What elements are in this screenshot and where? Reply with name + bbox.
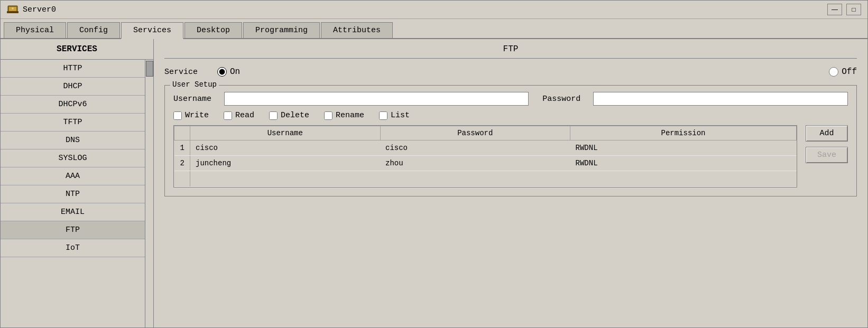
col-permission: Permission xyxy=(570,126,797,140)
sidebar-item-dns[interactable]: DNS xyxy=(1,132,145,149)
app-icon xyxy=(7,4,19,15)
title-bar-controls: — □ xyxy=(827,4,861,15)
radio-on-input[interactable] xyxy=(217,67,227,77)
scroll-thumb[interactable] xyxy=(146,61,153,77)
row2-username: juncheng xyxy=(190,156,381,171)
table-and-buttons: Username Password Permission 1 cisco cis… xyxy=(173,125,848,188)
title-bar-left: Server0 xyxy=(7,4,56,15)
row1-num: 1 xyxy=(174,140,190,156)
rename-checkbox[interactable] xyxy=(324,111,333,120)
radio-on-label: On xyxy=(230,67,240,77)
radio-off-option: Off xyxy=(829,67,857,77)
user-table: Username Password Permission 1 cisco cis… xyxy=(174,126,797,187)
checkbox-list: List xyxy=(379,111,410,120)
user-table-container: Username Password Permission 1 cisco cis… xyxy=(173,125,797,188)
username-label: Username xyxy=(173,95,216,104)
action-buttons: Add Save xyxy=(806,125,848,163)
sidebar-item-email[interactable]: EMAIL xyxy=(1,203,145,221)
checkbox-rename: Rename xyxy=(324,111,364,120)
username-input[interactable] xyxy=(224,92,529,106)
list-label: List xyxy=(391,111,410,120)
main-window: Server0 — □ Physical Config Services Des… xyxy=(0,0,868,328)
sidebar-item-dhcp[interactable]: DHCP xyxy=(1,78,145,96)
checkbox-write: Write xyxy=(173,111,209,120)
delete-checkbox[interactable] xyxy=(269,111,278,120)
row2-password: zhou xyxy=(380,156,570,171)
radio-group: On Off xyxy=(217,67,857,77)
sidebar-item-iot[interactable]: IoT xyxy=(1,239,145,257)
main-content: SERVICES HTTP DHCP DHCPv6 TFTP DNS SYSLO… xyxy=(1,39,867,327)
table-row[interactable]: 2 juncheng zhou RWDNL xyxy=(174,156,797,171)
sidebar-item-http[interactable]: HTTP xyxy=(1,60,145,78)
user-setup-group: User Setup Username Password Write Read xyxy=(164,85,857,196)
table-row-empty xyxy=(174,171,797,187)
tabs-bar: Physical Config Services Desktop Program… xyxy=(1,19,867,39)
read-label: Read xyxy=(235,111,254,120)
empty-password xyxy=(380,171,570,187)
list-checkbox[interactable] xyxy=(379,111,387,120)
row1-password: cisco xyxy=(380,140,570,156)
table-row[interactable]: 1 cisco cisco RWDNL xyxy=(174,140,797,156)
tab-desktop[interactable]: Desktop xyxy=(184,22,242,38)
password-input[interactable] xyxy=(593,92,848,106)
radio-on-option: On xyxy=(217,67,240,77)
service-label: Service xyxy=(164,68,207,77)
user-setup-legend: User Setup xyxy=(170,80,219,89)
rename-label: Rename xyxy=(336,111,364,120)
svg-point-3 xyxy=(12,7,14,10)
sidebar-scrollbar[interactable] xyxy=(145,60,153,327)
username-row: Username Password xyxy=(173,92,848,106)
sidebar-list: HTTP DHCP DHCPv6 TFTP DNS SYSLOG AAA NTP… xyxy=(1,60,145,327)
row1-permission: RWDNL xyxy=(570,140,797,156)
sidebar-scroll: HTTP DHCP DHCPv6 TFTP DNS SYSLOG AAA NTP… xyxy=(1,60,153,327)
content-panel: FTP Service On Off User Setup xyxy=(154,39,867,327)
title-bar: Server0 — □ xyxy=(1,1,867,19)
tab-physical[interactable]: Physical xyxy=(4,22,66,38)
checkbox-row: Write Read Delete Rename xyxy=(173,111,848,120)
write-label: Write xyxy=(185,111,209,120)
sidebar-item-aaa[interactable]: AAA xyxy=(1,167,145,185)
svg-rect-2 xyxy=(7,11,19,13)
row1-username: cisco xyxy=(190,140,381,156)
sidebar-item-syslog[interactable]: SYSLOG xyxy=(1,149,145,167)
empty-permission xyxy=(570,171,797,187)
row2-num: 2 xyxy=(174,156,190,171)
empty-num xyxy=(174,171,190,187)
sidebar: SERVICES HTTP DHCP DHCPv6 TFTP DNS SYSLO… xyxy=(1,39,154,327)
col-password: Password xyxy=(380,126,570,140)
read-checkbox[interactable] xyxy=(224,111,232,120)
table-header-row: Username Password Permission xyxy=(174,126,797,140)
minimize-button[interactable]: — xyxy=(827,4,842,15)
row2-permission: RWDNL xyxy=(570,156,797,171)
save-button[interactable]: Save xyxy=(806,147,848,163)
sidebar-item-ftp[interactable]: FTP xyxy=(1,221,145,239)
sidebar-item-dhcpv6[interactable]: DHCPv6 xyxy=(1,96,145,114)
col-username: Username xyxy=(190,126,381,140)
password-label: Password xyxy=(542,95,585,104)
sidebar-item-tftp[interactable]: TFTP xyxy=(1,114,145,132)
tab-config[interactable]: Config xyxy=(67,22,120,38)
radio-off-label: Off xyxy=(842,67,857,77)
write-checkbox[interactable] xyxy=(173,111,182,120)
col-num xyxy=(174,126,190,140)
tab-attributes[interactable]: Attributes xyxy=(321,22,393,38)
tab-programming[interactable]: Programming xyxy=(243,22,320,38)
service-row: Service On Off xyxy=(164,64,857,80)
radio-off-input[interactable] xyxy=(829,67,838,77)
checkbox-delete: Delete xyxy=(269,111,309,120)
panel-title: FTP xyxy=(164,44,857,59)
tab-services[interactable]: Services xyxy=(121,22,183,39)
delete-label: Delete xyxy=(281,111,309,120)
maximize-button[interactable]: □ xyxy=(846,4,861,15)
checkbox-read: Read xyxy=(224,111,254,120)
sidebar-header: SERVICES xyxy=(1,39,153,60)
sidebar-item-ntp[interactable]: NTP xyxy=(1,185,145,203)
empty-username xyxy=(190,171,381,187)
window-title: Server0 xyxy=(23,5,56,14)
add-button[interactable]: Add xyxy=(806,125,848,142)
